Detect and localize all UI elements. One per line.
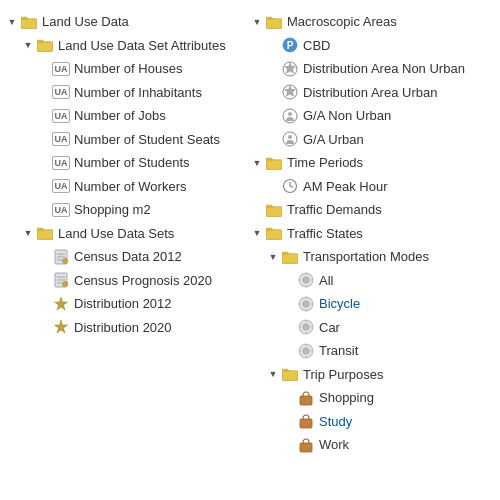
tree-node-num-students[interactable]: UANumber of Students	[5, 151, 250, 175]
tree-node-ga-urban[interactable]: G/A Urban	[250, 128, 495, 152]
node-label-shopping: Shopping	[319, 388, 374, 408]
svg-point-7	[63, 258, 68, 263]
tree-node-land-use-data-sets[interactable]: Land Use Data Sets	[5, 222, 250, 246]
node-label-traffic-demands: Traffic Demands	[287, 200, 382, 220]
folder-icon	[36, 224, 54, 242]
transport-icon	[297, 318, 315, 336]
tree-node-num-houses[interactable]: UANumber of Houses	[5, 57, 250, 81]
tree-node-num-workers[interactable]: UANumber of Workers	[5, 175, 250, 199]
node-label-trip-purposes: Trip Purposes	[303, 365, 383, 385]
tree-node-cbd[interactable]: P CBD	[250, 34, 495, 58]
transport-icon	[297, 295, 315, 313]
ua-icon: UA	[52, 85, 70, 99]
tree-node-land-use-data[interactable]: Land Use Data	[5, 10, 250, 34]
tree-node-am-peak[interactable]: AM Peak Hour	[250, 175, 495, 199]
ua-icon: UA	[52, 179, 70, 193]
node-label-bicycle: Bicycle	[319, 294, 360, 314]
node-label-cbd: CBD	[303, 36, 330, 56]
ua-icon: UA	[52, 109, 70, 123]
tree-node-census-2020[interactable]: Census Prognosis 2020	[5, 269, 250, 293]
tree-node-study[interactable]: Study	[250, 410, 495, 434]
svg-line-25	[290, 186, 293, 188]
chevron-down-icon	[250, 15, 264, 29]
node-label-census-2020: Census Prognosis 2020	[74, 271, 212, 291]
svg-rect-40	[300, 443, 312, 452]
chevron-down-icon	[21, 38, 35, 52]
folder-icon	[281, 248, 299, 266]
svg-point-34	[303, 324, 309, 330]
tree-node-num-jobs[interactable]: UANumber of Jobs	[5, 104, 250, 128]
tree-node-transit[interactable]: Transit	[250, 339, 495, 363]
svg-point-19	[288, 112, 292, 116]
tree-node-num-inhabitants[interactable]: UANumber of Inhabitants	[5, 81, 250, 105]
tree-node-num-student-seats[interactable]: UANumber of Student Seats	[5, 128, 250, 152]
node-label-dist-non-urban: Distribution Area Non Urban	[303, 59, 465, 79]
svg-point-12	[63, 282, 68, 287]
ua-icon: UA	[52, 62, 70, 76]
svg-point-32	[303, 301, 309, 307]
node-label-num-inhabitants: Number of Inhabitants	[74, 83, 202, 103]
tree-node-bicycle[interactable]: Bicycle	[250, 292, 495, 316]
chevron-down-icon	[250, 156, 264, 170]
node-label-car: Car	[319, 318, 340, 338]
folder-icon	[265, 154, 283, 172]
node-label-num-students: Number of Students	[74, 153, 190, 173]
tree-node-transport-modes[interactable]: Transportation Modes	[250, 245, 495, 269]
tree-node-dist-2020[interactable]: Distribution 2020	[5, 316, 250, 340]
folder-icon	[265, 13, 283, 31]
node-label-work: Work	[319, 435, 349, 455]
node-label-num-jobs: Number of Jobs	[74, 106, 166, 126]
zone-icon	[281, 83, 299, 101]
distribution-icon	[52, 318, 70, 336]
tree-node-land-use-data-set-attrs[interactable]: Land Use Data Set Attributes	[5, 34, 250, 58]
chevron-down-icon	[266, 250, 280, 264]
node-label-dist-2020: Distribution 2020	[74, 318, 172, 338]
tree-node-time-periods[interactable]: Time Periods	[250, 151, 495, 175]
svg-point-30	[303, 277, 309, 283]
tree-node-traffic-demands[interactable]: Traffic Demands	[250, 198, 495, 222]
node-label-ga-urban: G/A Urban	[303, 130, 364, 150]
tree-node-all[interactable]: All	[250, 269, 495, 293]
tree-node-dist-non-urban[interactable]: Distribution Area Non Urban	[250, 57, 495, 81]
tree-node-dist-2012[interactable]: Distribution 2012	[5, 292, 250, 316]
svg-rect-27	[266, 230, 282, 240]
bag-icon	[297, 436, 315, 454]
tree-node-ga-non-urban[interactable]: G/A Non Urban	[250, 104, 495, 128]
tree-node-macroscopic-areas[interactable]: Macroscopic Areas	[250, 10, 495, 34]
tree-node-census-2012[interactable]: Census Data 2012	[5, 245, 250, 269]
svg-rect-28	[282, 254, 298, 264]
svg-rect-1	[37, 42, 53, 52]
node-label-num-student-seats: Number of Student Seats	[74, 130, 220, 150]
svg-rect-37	[282, 371, 298, 381]
folder-icon	[265, 224, 283, 242]
zone-icon	[281, 60, 299, 78]
tree-node-trip-purposes[interactable]: Trip Purposes	[250, 363, 495, 387]
ua-icon: UA	[52, 132, 70, 146]
tree-column-left: Land Use Data Land Use Data Set Attribut…	[5, 10, 250, 490]
tree-node-traffic-states[interactable]: Traffic States	[250, 222, 495, 246]
tree-node-dist-urban[interactable]: Distribution Area Urban	[250, 81, 495, 105]
svg-rect-22	[266, 160, 282, 170]
node-label-am-peak: AM Peak Hour	[303, 177, 388, 197]
node-label-census-2012: Census Data 2012	[74, 247, 182, 267]
folder-icon	[281, 365, 299, 383]
tree-node-car[interactable]: Car	[250, 316, 495, 340]
tree-node-work[interactable]: Work	[250, 433, 495, 457]
folder-icon	[265, 201, 283, 219]
parking-icon: P	[281, 36, 299, 54]
census-icon	[52, 271, 70, 289]
svg-rect-26	[266, 207, 282, 217]
node-label-study: Study	[319, 412, 352, 432]
chevron-down-icon	[266, 367, 280, 381]
transport-icon	[297, 271, 315, 289]
svg-rect-0	[21, 19, 37, 29]
folder-icon	[36, 36, 54, 54]
chevron-down-icon	[250, 226, 264, 240]
svg-rect-2	[37, 230, 53, 240]
tree-node-shopping[interactable]: Shopping	[250, 386, 495, 410]
svg-rect-39	[300, 419, 312, 428]
bag-icon	[297, 389, 315, 407]
tree-node-shopping-m2[interactable]: UAShopping m2	[5, 198, 250, 222]
node-label-dist-2012: Distribution 2012	[74, 294, 172, 314]
ua-icon: UA	[52, 156, 70, 170]
